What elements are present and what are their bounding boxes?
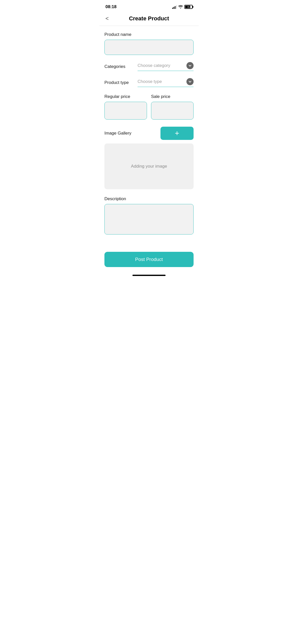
post-button-label: Post Product <box>135 257 163 262</box>
description-field: Description <box>104 196 194 236</box>
description-label: Description <box>104 196 194 201</box>
categories-dropdown[interactable]: Choose category <box>138 62 194 71</box>
product-name-field: Product name <box>104 32 194 55</box>
status-time: 08:18 <box>105 4 116 9</box>
regular-price-label: Regular price <box>104 94 147 99</box>
post-button-wrapper: Post Product <box>99 249 199 272</box>
image-gallery-header: Image Gallery + <box>104 127 194 140</box>
product-type-placeholder: Choose type <box>138 79 162 84</box>
regular-price-input[interactable] <box>104 102 147 120</box>
categories-label: Categories <box>104 64 125 69</box>
add-image-icon: + <box>175 129 179 137</box>
product-type-label: Product type <box>104 80 129 85</box>
categories-dropdown-arrow <box>186 62 194 69</box>
sale-price-label: Sale price <box>151 94 194 99</box>
product-name-input[interactable] <box>104 40 194 55</box>
product-type-dropdown-arrow <box>186 78 194 85</box>
image-gallery-label: Image Gallery <box>104 131 131 136</box>
sale-price-input[interactable] <box>151 102 194 120</box>
back-button[interactable]: < <box>104 14 110 23</box>
page-header: < Create Product <box>99 13 199 26</box>
description-input[interactable] <box>104 204 194 235</box>
add-image-button[interactable]: + <box>160 127 194 140</box>
form-content: Product name Categories Choose category … <box>99 26 199 249</box>
price-row: Regular price Sale price <box>104 94 194 120</box>
home-bar <box>132 275 166 276</box>
wifi-icon <box>178 5 183 9</box>
sale-price-field: Sale price <box>151 94 194 120</box>
product-type-field: Product type Choose type <box>104 78 194 87</box>
home-indicator <box>99 272 199 278</box>
post-product-button[interactable]: Post Product <box>104 252 194 267</box>
categories-field: Categories Choose category <box>104 62 194 71</box>
product-type-dropdown[interactable]: Choose type <box>138 78 194 87</box>
product-name-label: Product name <box>104 32 194 37</box>
image-gallery-area: Adding your image <box>104 143 194 189</box>
status-bar: 08:18 71 <box>99 0 199 13</box>
page-title: Create Product <box>129 15 169 22</box>
signal-icon <box>172 5 177 9</box>
status-icons: 71 <box>172 5 193 9</box>
regular-price-field: Regular price <box>104 94 147 120</box>
image-gallery-placeholder: Adding your image <box>131 164 167 169</box>
categories-placeholder: Choose category <box>138 63 170 68</box>
battery-icon: 71 <box>184 5 193 9</box>
